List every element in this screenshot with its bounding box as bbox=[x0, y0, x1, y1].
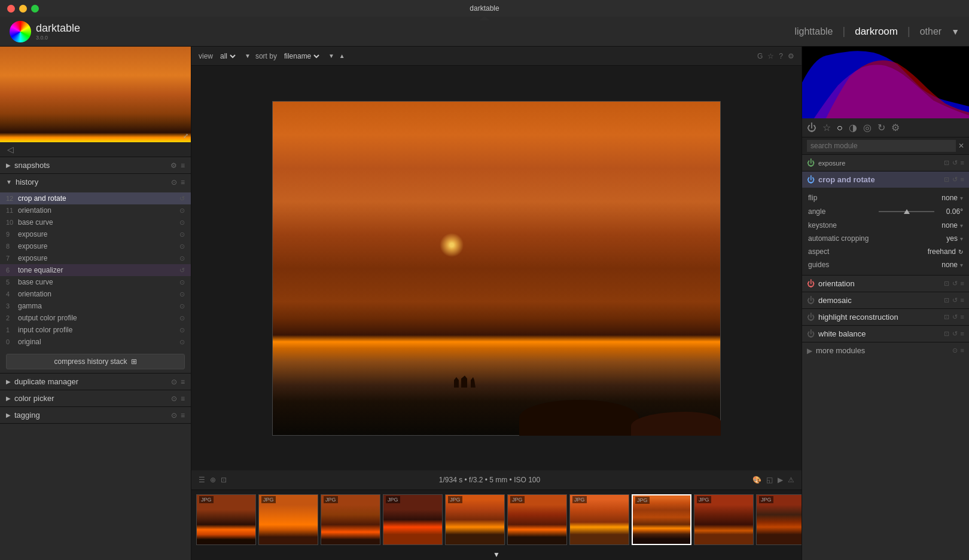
half-circle-icon[interactable]: ◑ bbox=[849, 122, 857, 133]
history-item[interactable]: 10base curve⊙ bbox=[0, 216, 191, 228]
tagging-header[interactable]: ▶ tagging ⊙ ≡ bbox=[0, 407, 191, 423]
search-module-input[interactable] bbox=[807, 140, 956, 152]
color-icon[interactable]: 🎨 bbox=[752, 476, 761, 484]
tag-list-icon[interactable]: ≡ bbox=[181, 411, 185, 420]
hl-copy-icon[interactable]: ⊡ bbox=[944, 313, 949, 321]
circle-icon[interactable]: ○ bbox=[837, 123, 843, 133]
filmstrip-item[interactable]: JPG bbox=[569, 494, 629, 545]
play-icon[interactable]: ▶ bbox=[778, 476, 783, 484]
history-item[interactable]: 0original⊙ bbox=[0, 336, 191, 348]
crop-rotate-header[interactable]: ⏻ crop and rotate ⊡ ↺ ≡ bbox=[802, 172, 969, 188]
ori-copy-icon[interactable]: ⊡ bbox=[944, 280, 949, 287]
duplicate-icon[interactable]: ⊕ bbox=[210, 476, 216, 484]
crop-power-icon[interactable]: ⏻ bbox=[807, 175, 815, 184]
overlay-icon[interactable]: ◱ bbox=[766, 476, 773, 484]
highlight-recon-header[interactable]: ⏻ highlight reconstruction ⊡ ↺ ≡ bbox=[802, 309, 969, 325]
dem-copy-icon[interactable]: ⊡ bbox=[944, 296, 949, 304]
sortby-select[interactable]: filename bbox=[282, 51, 321, 61]
filmstrip-item[interactable]: JPG bbox=[632, 494, 691, 545]
history-item[interactable]: 1input color profile⊙ bbox=[0, 324, 191, 336]
filmstrip-item[interactable]: JPG bbox=[507, 494, 567, 545]
view-icon[interactable]: ⊡ bbox=[221, 476, 227, 484]
crop-copy-icon[interactable]: ⊡ bbox=[944, 176, 949, 183]
help-icon[interactable]: ? bbox=[779, 52, 783, 60]
close-button[interactable] bbox=[7, 5, 15, 13]
keystone-value[interactable]: none ▾ bbox=[941, 221, 963, 229]
maximize-button[interactable] bbox=[31, 5, 39, 13]
compress-history-button[interactable]: compress history stack ⊞ bbox=[6, 354, 185, 369]
favorite-icon[interactable]: ☆ bbox=[822, 122, 831, 133]
history-item[interactable]: 5base curve⊙ bbox=[0, 276, 191, 288]
ori-reset-icon[interactable]: ↺ bbox=[952, 280, 958, 287]
autocrop-value[interactable]: yes ▾ bbox=[946, 234, 963, 243]
exposure-header[interactable]: ⏻ exposure ⊡ ↺ ≡ bbox=[802, 155, 969, 171]
refresh-icon[interactable]: ↻ bbox=[877, 122, 885, 133]
wb-more-icon[interactable]: ≡ bbox=[961, 330, 964, 338]
lighttable-nav[interactable]: lighttable bbox=[790, 24, 837, 39]
settings-icon[interactable]: ⚙ bbox=[788, 52, 794, 60]
filmstrip-item[interactable]: JPG bbox=[445, 494, 505, 545]
snapshots-settings-icon[interactable]: ⚙ bbox=[170, 161, 177, 170]
power-icon[interactable]: ⏻ bbox=[807, 123, 816, 133]
aspect-refresh-icon[interactable]: ↻ bbox=[958, 249, 963, 255]
color-picker-header[interactable]: ▶ color picker ⊙ ≡ bbox=[0, 390, 191, 406]
wb-power-icon[interactable]: ⏻ bbox=[807, 329, 815, 338]
dup-list-icon[interactable]: ≡ bbox=[181, 378, 185, 386]
orientation-power-icon[interactable]: ⏻ bbox=[807, 279, 815, 288]
exp-reset-icon[interactable]: ↺ bbox=[952, 159, 958, 167]
history-item[interactable]: 3gamma⊙ bbox=[0, 300, 191, 312]
other-nav[interactable]: other bbox=[915, 24, 946, 39]
filmstrip-item[interactable]: JPG bbox=[258, 494, 318, 545]
star-icon[interactable]: ☆ bbox=[767, 52, 774, 60]
minimize-button[interactable] bbox=[19, 5, 27, 13]
sortby-arrow[interactable]: ▼ bbox=[328, 53, 334, 59]
filmstrip-item[interactable]: JPG bbox=[196, 494, 256, 545]
hl-more-icon[interactable]: ≡ bbox=[961, 313, 964, 321]
menu-icon[interactable]: ☰ bbox=[199, 476, 205, 484]
crop-reset-icon[interactable]: ↺ bbox=[952, 176, 958, 183]
history-item[interactable]: 9exposure⊙ bbox=[0, 228, 191, 240]
history-header[interactable]: ▼ history ⊙ ≡ bbox=[0, 174, 191, 190]
dup-settings-icon[interactable]: ⊙ bbox=[171, 378, 177, 386]
nav-dropdown-icon[interactable]: ▼ bbox=[951, 27, 959, 36]
demosaic-power-icon[interactable]: ⏻ bbox=[807, 296, 815, 305]
history-item[interactable]: 12crop and rotate↺ bbox=[0, 192, 191, 204]
filmstrip-item[interactable]: JPG bbox=[383, 494, 443, 545]
cp-list-icon[interactable]: ≡ bbox=[181, 394, 185, 403]
hl-reset-icon[interactable]: ↺ bbox=[952, 313, 958, 321]
sort-direction-icon[interactable]: ▲ bbox=[339, 53, 345, 59]
aspect-value[interactable]: freehand ↻ bbox=[928, 247, 963, 256]
flip-value[interactable]: none ▾ bbox=[941, 194, 963, 202]
dem-more-icon[interactable]: ≡ bbox=[961, 296, 964, 304]
warn-icon[interactable]: ⚠ bbox=[788, 476, 794, 484]
cp-settings-icon[interactable]: ⊙ bbox=[171, 394, 177, 403]
history-settings-icon[interactable]: ⊙ bbox=[171, 178, 177, 186]
exposure-power-icon[interactable]: ⏻ bbox=[807, 158, 815, 167]
wb-reset-icon[interactable]: ↺ bbox=[952, 330, 958, 338]
wb-copy-icon[interactable]: ⊡ bbox=[944, 330, 949, 338]
color-circle-icon[interactable]: ◎ bbox=[863, 122, 872, 133]
filmstrip-item[interactable]: JPG bbox=[321, 494, 380, 545]
filmstrip-item[interactable]: JPG bbox=[694, 494, 754, 545]
snapshots-header[interactable]: ▶ snapshots ⚙ ≡ bbox=[0, 157, 191, 173]
highlight-power-icon[interactable]: ⏻ bbox=[807, 313, 815, 322]
exp-copy-icon[interactable]: ⊡ bbox=[944, 159, 949, 167]
snapshots-list-icon[interactable]: ≡ bbox=[181, 161, 185, 170]
history-list-icon[interactable]: ≡ bbox=[181, 178, 185, 186]
gear-icon[interactable]: ⚙ bbox=[891, 122, 900, 133]
mm-settings-icon[interactable]: ⊙ bbox=[952, 347, 958, 354]
white-balance-header[interactable]: ⏻ white balance ⊡ ↺ ≡ bbox=[802, 326, 969, 342]
angle-slider[interactable] bbox=[879, 207, 934, 216]
history-item[interactable]: 4orientation⊙ bbox=[0, 288, 191, 300]
grid-icon[interactable]: G bbox=[757, 52, 763, 60]
history-item[interactable]: 8exposure⊙ bbox=[0, 240, 191, 252]
view-sort-arrow[interactable]: ▼ bbox=[245, 53, 251, 59]
darkroom-nav[interactable]: darkroom bbox=[850, 23, 903, 40]
orientation-header[interactable]: ⏻ orientation ⊡ ↺ ≡ bbox=[802, 276, 969, 292]
mm-list-icon[interactable]: ≡ bbox=[961, 347, 964, 354]
history-item[interactable]: 11orientation⊙ bbox=[0, 204, 191, 216]
more-modules-row[interactable]: ▶ more modules ⊙ ≡ bbox=[802, 342, 969, 359]
filmstrip-bottom-arrow[interactable]: ▼ bbox=[191, 549, 802, 560]
expand-button[interactable]: ⤢ bbox=[183, 132, 188, 140]
view-select[interactable]: all bbox=[218, 51, 237, 61]
